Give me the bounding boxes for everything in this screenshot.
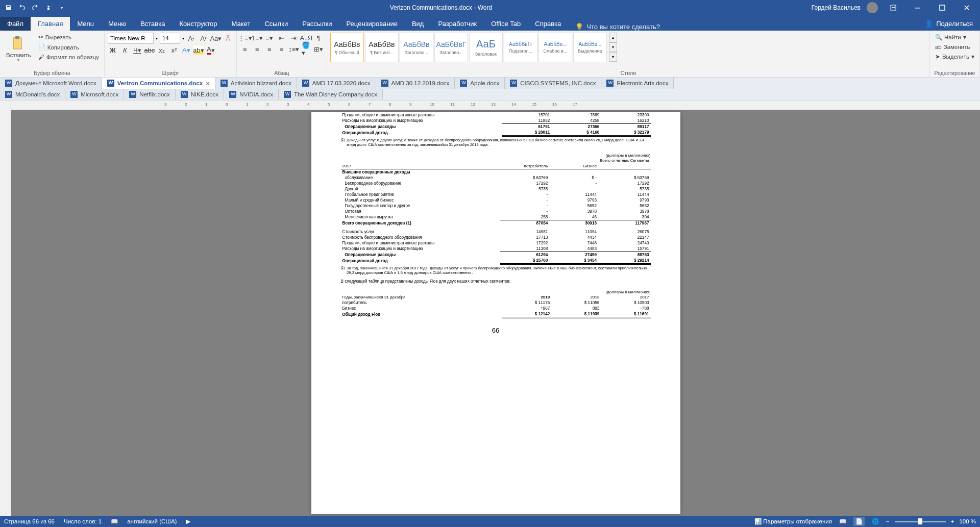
paste-button[interactable]: Вставить ▾ [3,33,34,64]
text-effects-icon[interactable]: A▾ [181,45,191,55]
web-layout-icon[interactable]: 🌐 [870,517,881,526]
tab-mailings[interactable]: Рассылки [295,17,339,31]
replace-button[interactable]: abЗаменить [933,43,976,51]
style-item[interactable]: АаБбВв¶ Без инт... [365,33,399,62]
horizontal-ruler[interactable]: 32101234567891011121314151617 [11,101,980,110]
show-marks-icon[interactable]: ¶ [313,33,324,43]
doc-tab[interactable]: Apple.docx [455,78,505,89]
tab-layout[interactable]: Макет [225,17,258,31]
undo-icon[interactable] [17,3,27,12]
zoom-in-icon[interactable]: + [951,518,954,524]
styles-more-icon[interactable]: ▾ [609,52,617,62]
font-color-icon[interactable]: A▾ [206,45,216,55]
avatar[interactable] [867,2,878,13]
doc-tab[interactable]: NVIDIA.docx [224,89,279,100]
tab-developer[interactable]: Разработчик [431,17,484,31]
print-layout-icon[interactable]: 📄 [853,517,865,526]
tab-design[interactable]: Конструктор [172,17,224,31]
doc-tab[interactable]: CISCO SYSTEMS, INC.docx [505,78,601,89]
tab-menu[interactable]: Menu [70,17,101,31]
align-right-icon[interactable]: ≡ [264,44,275,54]
spellcheck-icon[interactable]: 📖 [111,518,118,525]
display-params[interactable]: 📊 Параметры отображения [754,518,832,525]
outdent-icon[interactable]: ⇤ [277,33,287,43]
doc-tab[interactable]: The Walt Disney Company.docx [279,89,383,100]
change-case-icon[interactable]: Aa▾ [211,33,221,43]
document-canvas[interactable]: Продажи, общие и административные расход… [11,110,980,516]
language-indicator[interactable]: английский (США) [127,518,177,524]
tab-view[interactable]: Вид [405,17,431,31]
vertical-ruler[interactable] [0,101,11,516]
touch-icon[interactable] [44,3,53,12]
cut-button[interactable]: ✂Вырезать [36,33,101,42]
font-name-select[interactable]: Times New R [108,33,154,44]
multilevel-icon[interactable]: ≡▾ [264,33,275,43]
save-icon[interactable] [4,3,13,12]
minimize-icon[interactable] [909,0,927,15]
tab-review[interactable]: Рецензирование [339,17,405,31]
doc-tab[interactable]: AMD 17.03.2020.docx [297,78,376,89]
select-button[interactable]: ➤Выделить ▾ [933,52,976,61]
page-indicator[interactable]: Страница 66 из 66 [4,518,55,524]
share-button[interactable]: 👤 Поделиться [918,17,980,31]
doc-tab[interactable]: McDonald's.docx [0,89,65,100]
italic-icon[interactable]: К [120,45,130,55]
maximize-icon[interactable] [933,0,951,15]
find-button[interactable]: 🔍Найти ▾ [933,33,976,42]
user-name[interactable]: Гордей Васильев [812,4,861,11]
read-mode-icon[interactable]: 📖 [837,517,848,526]
justify-icon[interactable]: ≡ [277,44,287,54]
shading-icon[interactable]: 🪣▾ [301,44,311,54]
tab-references[interactable]: Ссылки [257,17,295,31]
tab-help[interactable]: Справка [528,17,568,31]
tab-officetab[interactable]: Office Tab [484,17,528,31]
redo-icon[interactable] [31,3,40,12]
macro-icon[interactable]: ▶ [186,518,190,525]
superscript-icon[interactable]: x² [169,45,179,55]
style-item[interactable]: АаБбВв...Слабое в... [538,33,572,62]
bold-icon[interactable]: Ж [108,45,118,55]
grow-font-icon[interactable]: A▴ [186,33,197,43]
copy-button[interactable]: 📄Копировать [36,43,101,52]
word-count[interactable]: Число слов: 1 [64,518,102,524]
borders-icon[interactable]: ⊞▾ [313,44,324,54]
doc-tab[interactable]: AMD 30.12.2019.docx [376,78,455,89]
subscript-icon[interactable]: x₂ [157,45,167,55]
styles-down-icon[interactable]: ▾ [609,42,617,52]
numbering-icon[interactable]: 1≡▾ [252,33,262,43]
tab-home[interactable]: Главная [31,17,70,31]
doc-tab[interactable]: Verizon Communications.docx× [102,78,215,89]
indent-icon[interactable]: ⇥ [289,33,299,43]
align-center-icon[interactable]: ≡ [252,44,262,54]
style-gallery[interactable]: АаБбВв¶ ОбычныйАаБбВв¶ Без инт...АаБбВвЗ… [330,33,607,62]
doc-tab[interactable]: Activision blizzard.docx [215,78,297,89]
style-item[interactable]: АаБбВв¶ Обычный [330,33,364,62]
style-item[interactable]: АаБЗаголовок [469,33,503,62]
doc-tab[interactable]: Документ Microsoft Word.docx [0,78,102,89]
tab-insert[interactable]: Вставка [133,17,172,31]
bullets-icon[interactable]: ⋮≡▾ [240,33,250,43]
ribbon-options-icon[interactable] [884,0,902,15]
close-icon[interactable] [958,0,976,15]
doc-tab[interactable]: Microsoft.docx [65,89,124,100]
format-painter-button[interactable]: 🖌Формат по образцу [36,53,101,61]
style-item[interactable]: АаБбВвГгПодзагол... [504,33,537,62]
strike-icon[interactable]: abc [144,45,155,55]
doc-tab[interactable]: Electronic Arts.docx [601,78,674,89]
tab-menu-ru[interactable]: Меню [101,17,133,31]
zoom-out-icon[interactable]: − [886,518,890,524]
zoom-level[interactable]: 100 % [959,518,976,524]
zoom-slider[interactable] [895,521,946,522]
line-spacing-icon[interactable]: ↕≡▾ [289,44,299,54]
style-item[interactable]: АаБбВв...Выделение [573,33,607,62]
font-size-select[interactable]: 14 [160,33,180,44]
align-left-icon[interactable]: ≡ [240,44,250,54]
tell-me-search[interactable]: 💡 Что вы хотите сделать? [568,23,667,31]
underline-icon[interactable]: Ч▾ [132,45,142,55]
styles-up-icon[interactable]: ▴ [609,33,617,42]
doc-tab[interactable]: Netflix.docx [124,89,175,100]
doc-tab[interactable]: NIKE.docx [176,89,224,100]
close-tab-icon[interactable]: × [206,80,210,87]
clear-format-icon[interactable]: A⃗ [223,33,233,43]
shrink-font-icon[interactable]: A▾ [199,33,209,43]
